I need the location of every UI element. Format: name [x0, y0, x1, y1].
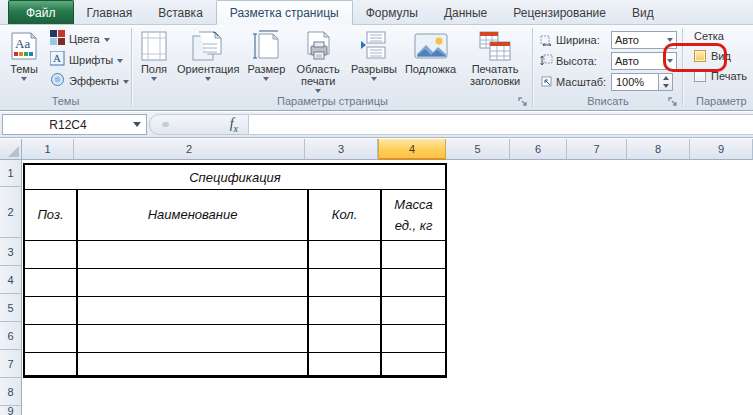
chevron-down-icon: [263, 77, 269, 81]
chevron-down-icon: [371, 77, 377, 81]
spinner-buttons[interactable]: [659, 73, 673, 91]
margins-button[interactable]: Поля: [135, 28, 173, 94]
print-area-button[interactable]: Область печати: [289, 28, 347, 94]
group-themes: Aa Темы: [0, 25, 131, 110]
row-header[interactable]: 1: [0, 160, 22, 187]
svg-text:A: A: [53, 52, 61, 64]
table-header-qty: Кол.: [309, 189, 380, 240]
chevron-down-icon: [117, 59, 123, 63]
chevron-down-icon: [205, 77, 211, 81]
scale-value: 100%: [611, 73, 659, 91]
tab-insert[interactable]: Вставка: [145, 1, 216, 24]
tab-file[interactable]: Файл: [8, 0, 74, 24]
row-header[interactable]: 6: [0, 322, 22, 350]
group-sheet-options: Сетка Вид Печать Параметр: [684, 25, 753, 110]
gridlines-print-row: Печать: [694, 68, 747, 84]
formula-input[interactable]: [249, 114, 753, 135]
margins-label: Поля: [141, 63, 167, 75]
column-header-selected[interactable]: 4: [378, 139, 446, 160]
width-combobox[interactable]: Авто: [611, 31, 677, 49]
row-header[interactable]: 3: [0, 238, 22, 266]
group-label-themes: Темы: [0, 94, 131, 110]
chevron-down-icon: [151, 77, 157, 81]
column-header[interactable]: 5: [446, 139, 510, 160]
scale-row: Масштаб: 100%: [540, 73, 678, 91]
group-scale-to-fit: Ширина: Авто Высота: Авт: [534, 25, 682, 110]
tab-formulas[interactable]: Формулы: [353, 1, 431, 24]
table-title: Спецификация: [25, 165, 445, 189]
breaks-button[interactable]: Разрывы: [347, 28, 401, 94]
insert-function-button[interactable]: fx: [230, 116, 238, 134]
size-icon: [251, 29, 281, 63]
background-button[interactable]: Подложка: [401, 28, 460, 94]
row-header[interactable]: 8: [0, 378, 22, 406]
row-header[interactable]: 4: [0, 266, 22, 294]
row-header[interactable]: 2: [0, 187, 22, 238]
column-header[interactable]: 8: [627, 139, 690, 160]
theme-fonts-button[interactable]: A Шрифты: [47, 49, 132, 70]
row-header[interactable]: 9: [0, 406, 22, 415]
table-header-mass: Масса ед., кг: [382, 189, 445, 240]
themes-button-label: Темы: [10, 63, 38, 75]
scale-icon: [540, 75, 556, 90]
ribbon: Aa Темы: [0, 25, 753, 111]
gridlines-view-checkbox[interactable]: [694, 50, 706, 62]
group-page-setup: Поля Ориентация: [133, 25, 532, 110]
size-label: Размер: [247, 63, 285, 75]
size-button[interactable]: Размер: [243, 28, 289, 94]
height-value: Авто: [615, 55, 639, 67]
theme-effects-icon: [50, 72, 65, 89]
dialog-launcher-icon[interactable]: [668, 97, 678, 107]
theme-effects-label: Эффекты: [69, 75, 119, 87]
column-header[interactable]: 2: [74, 139, 305, 160]
row-header[interactable]: 5: [0, 294, 22, 322]
scale-spinner[interactable]: 100%: [611, 73, 673, 91]
select-all-corner[interactable]: [0, 139, 22, 160]
spin-up-icon: [663, 76, 669, 80]
print-area-label: Область печати: [293, 63, 343, 87]
tab-review[interactable]: Рецензирование: [500, 1, 619, 24]
column-header[interactable]: 6: [510, 139, 567, 160]
tab-view[interactable]: Вид: [619, 1, 667, 24]
themes-button[interactable]: Aa Темы: [5, 28, 43, 94]
row-header[interactable]: 7: [0, 350, 22, 378]
height-icon: [540, 54, 556, 69]
column-header[interactable]: 3: [305, 139, 378, 160]
orientation-icon: [191, 29, 225, 63]
height-combobox[interactable]: Авто: [611, 52, 677, 70]
table-grid-line: [25, 268, 445, 269]
breaks-label: Разрывы: [351, 63, 397, 75]
column-header[interactable]: 7: [567, 139, 627, 160]
table-grid-line: [25, 324, 445, 325]
chevron-down-icon: [667, 59, 673, 63]
tab-data[interactable]: Данные: [431, 1, 500, 24]
column-header-row: 1 2 3 4 5 6 7 8 9: [0, 139, 753, 160]
row-header-column: 1 2 3 4 5 6 7 8 9: [0, 160, 22, 415]
spin-down-icon: [663, 84, 669, 88]
scale-label: Масштаб:: [556, 76, 611, 88]
column-header[interactable]: 1: [22, 139, 74, 160]
tab-home[interactable]: Главная: [74, 1, 146, 24]
background-icon: [414, 29, 448, 63]
name-box[interactable]: R12C4: [2, 114, 147, 135]
theme-colors-button[interactable]: Цвета: [47, 28, 132, 49]
excel-window: Файл Главная Вставка Разметка страницы Ф…: [0, 0, 753, 415]
theme-effects-button[interactable]: Эффекты: [47, 70, 132, 91]
chevron-down-icon: [21, 77, 27, 81]
tab-page-layout[interactable]: Разметка страницы: [216, 0, 353, 25]
print-titles-button[interactable]: Печатать заголовки: [460, 28, 530, 94]
insert-function-zone: fx: [149, 114, 249, 135]
dialog-launcher-icon[interactable]: [518, 97, 528, 107]
column-header[interactable]: 9: [690, 139, 753, 160]
gridlines-print-checkbox[interactable]: [694, 70, 706, 82]
width-value: Авто: [615, 34, 639, 46]
table-grid-line: [25, 240, 445, 241]
splitter-dot-icon[interactable]: [162, 122, 169, 127]
orientation-button[interactable]: Ориентация: [173, 28, 243, 94]
width-icon: [540, 33, 556, 48]
print-titles-icon: [478, 29, 512, 63]
sheet-canvas[interactable]: Спецификация Поз. Наименование Кол. Масс…: [22, 160, 753, 415]
table-grid-line: [25, 296, 445, 297]
orientation-label: Ориентация: [177, 63, 239, 75]
print-area-icon: [302, 29, 334, 63]
